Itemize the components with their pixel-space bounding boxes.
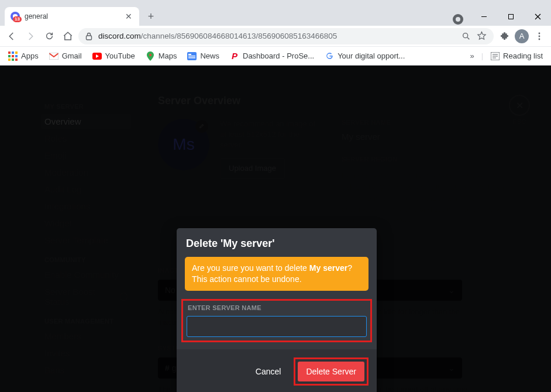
svg-rect-16 [188,57,195,59]
search-in-page-icon[interactable] [462,32,471,41]
svg-rect-14 [188,54,191,55]
svg-point-12 [149,54,151,56]
bookmark-star-icon[interactable] [477,31,487,41]
nav-back-button[interactable] [4,28,20,44]
bookmark-maps[interactable]: Maps [142,49,181,63]
youtube-icon [92,51,102,61]
google-icon [325,51,334,61]
bookmark-gmail[interactable]: Gmail [46,49,85,63]
bookmark-news[interactable]: News [184,49,223,63]
gmail-icon [49,51,58,61]
window-minimize-button[interactable] [470,7,497,26]
bookmark-digital[interactable]: Your digital opport... [321,49,408,63]
delete-server-button[interactable]: Delete Server [298,362,364,381]
svg-point-9 [539,38,540,40]
reading-list-icon [490,51,500,61]
bookmark-dashboard[interactable]: PDashboard - ProSe... [226,49,318,63]
url-text: discord.com/channels/856906084668014613/… [98,32,456,40]
tab-close-icon[interactable]: ✕ [124,12,133,21]
svg-rect-15 [188,56,195,57]
svg-line-6 [467,37,469,39]
svg-point-8 [539,35,540,37]
bookmark-apps[interactable]: Apps [5,49,42,63]
maps-icon [146,51,155,61]
modal-input-label: ENTER SERVER NAME [188,304,367,311]
svg-rect-1 [508,14,513,19]
svg-rect-4 [87,36,92,40]
new-tab-button[interactable]: + [143,8,159,25]
pinterest-icon: P [230,51,239,61]
notification-badge: 13 [13,16,22,22]
modal-title: Delete 'My server' [177,228,377,257]
discord-favicon: 13 [11,12,20,21]
browser-tab[interactable]: 13 general ✕ [5,7,139,26]
lock-icon [85,32,92,40]
modal-warning: Are you sure you want to delete My serve… [185,257,369,291]
cancel-button[interactable]: Cancel [250,362,287,381]
nav-reload-button[interactable] [41,28,57,44]
news-icon [187,51,197,61]
profile-indicator-icon[interactable] [453,14,463,25]
bookmark-overflow-icon[interactable]: » [466,51,477,60]
delete-server-modal: Delete 'My server' Are you sure you want… [177,228,377,392]
window-maximize-button[interactable] [497,7,524,26]
nav-home-button[interactable] [60,28,76,44]
nav-forward-button[interactable] [22,28,39,44]
server-name-input[interactable] [187,316,367,337]
tab-title: general [25,12,48,20]
address-bar[interactable]: discord.com/channels/856906084668014613/… [78,28,494,44]
svg-point-7 [539,32,540,34]
reading-list-button[interactable]: Reading list [487,49,546,63]
window-close-button[interactable] [524,7,551,26]
svg-point-5 [463,33,468,37]
bookmark-youtube[interactable]: YouTube [89,49,139,63]
